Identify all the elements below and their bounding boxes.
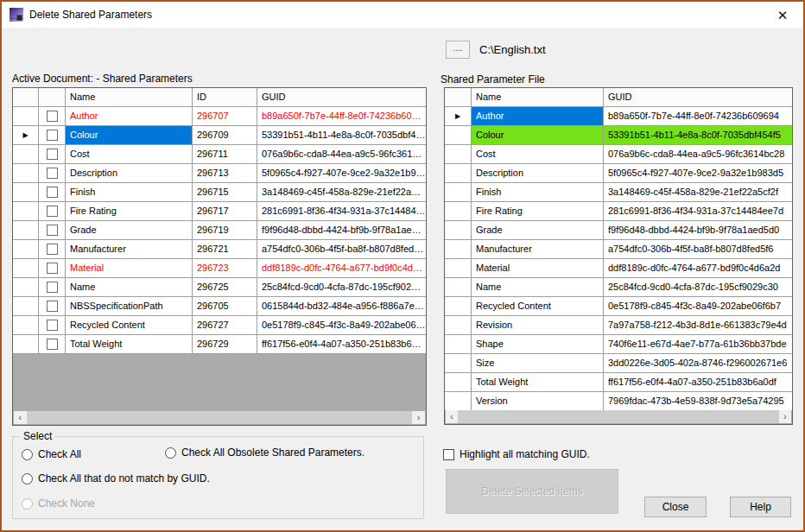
horizontal-scrollbar[interactable]: ‹ › <box>14 411 425 424</box>
checkbox-cell[interactable] <box>39 259 66 277</box>
row-selector-cell[interactable]: ▶ <box>445 202 472 220</box>
guid-cell[interactable]: 5f0965c4-f927-407e-9ce2-9a32e1b983d5 <box>257 164 426 182</box>
radio-icon[interactable] <box>165 447 176 459</box>
row-selector-cell[interactable]: ▶ <box>445 316 472 334</box>
table-row[interactable]: ▶ Recycled Content 0e5178f9-c845-4f3c-8a… <box>445 297 792 316</box>
table-row[interactable]: ▶ Colour 296709 53391b51-4b11-4e8a-8c0f-… <box>13 126 426 145</box>
radio-check-all[interactable]: Check All <box>22 448 81 460</box>
row-selector-cell[interactable]: ▶ <box>445 278 472 296</box>
id-cell[interactable]: 296707 <box>193 107 257 125</box>
row-selector-cell[interactable]: ▶ <box>445 354 472 372</box>
row-selector-cell[interactable]: ▶ <box>13 183 39 201</box>
guid-cell[interactable]: 5f0965c4-f927-407e-9ce2-9a32e1b983d5 <box>604 164 792 182</box>
row-selector-cell[interactable]: ▶ <box>445 335 472 353</box>
row-selector-cell[interactable]: ▶ <box>13 145 39 163</box>
radio-icon[interactable] <box>22 449 33 460</box>
guid-cell[interactable]: a754dfc0-306b-4f5f-ba8f-b807d8fed5f6 <box>257 240 426 258</box>
id-cell[interactable]: 296711 <box>193 145 257 163</box>
guid-cell[interactable]: 7969fdac-473b-4e59-838f-9d73e5a74295 <box>604 392 792 410</box>
guid-column-header[interactable]: GUID <box>604 88 792 106</box>
table-row[interactable]: ▶ Cost 296711 076a9b6c-cda8-44ea-a9c5-96… <box>13 145 426 164</box>
row-checkbox[interactable] <box>47 320 58 331</box>
row-selector-cell[interactable]: ▶ <box>13 202 39 220</box>
checkbox-label[interactable]: Highlight all matching GUID. <box>460 448 590 460</box>
row-selector-cell[interactable]: ▶ <box>13 221 39 239</box>
table-row[interactable]: ▶ Material 296723 ddf8189c-d0fc-4764-a67… <box>13 259 426 278</box>
scroll-right-icon[interactable]: › <box>779 410 791 423</box>
name-cell[interactable]: Author <box>66 107 193 125</box>
guid-cell[interactable]: 281c6991-8f36-4f34-931a-37c14484ee7d <box>257 202 426 220</box>
horizontal-scrollbar[interactable]: ‹ › <box>446 410 791 423</box>
radio-label[interactable]: Check All <box>38 448 81 460</box>
row-selector-cell[interactable]: ▶ <box>13 297 39 315</box>
table-row[interactable]: ▶ Cost 076a9b6c-cda8-44ea-a9c5-96fc3614b… <box>445 145 792 164</box>
row-checkbox[interactable] <box>47 111 58 122</box>
name-cell[interactable]: Finish <box>472 183 604 201</box>
table-row[interactable]: ▶ Total Weight 296729 ff617f56-e0f4-4a07… <box>13 335 426 354</box>
guid-cell[interactable]: 281c6991-8f36-4f34-931a-37c14484ee7d <box>604 202 792 220</box>
row-selector-cell[interactable]: ▶ <box>445 259 472 277</box>
row-selector-cell[interactable]: ▶ <box>13 278 39 296</box>
table-row[interactable]: ▶ Fire Rating 296717 281c6991-8f36-4f34-… <box>13 202 426 221</box>
name-cell[interactable]: Grade <box>472 221 604 239</box>
scroll-left-icon[interactable]: ‹ <box>14 411 27 424</box>
radio-label[interactable]: Check All Obsolete Shared Parameters. <box>181 446 364 459</box>
id-column-header[interactable]: ID <box>193 88 257 106</box>
row-checkbox[interactable] <box>47 244 58 255</box>
name-cell[interactable]: Description <box>66 164 193 182</box>
checkbox-cell[interactable] <box>39 164 66 182</box>
table-row[interactable]: ▶ Size 3dd0226e-3d05-402a-8746-f29600267… <box>445 354 792 373</box>
name-cell[interactable]: Cost <box>66 145 193 163</box>
table-row[interactable]: ▶ Material ddf8189c-d0fc-4764-a677-bd9f0… <box>445 259 792 278</box>
table-row[interactable]: ▶ Manufacturer a754dfc0-306b-4f5f-ba8f-b… <box>445 240 792 259</box>
name-cell[interactable]: Version <box>472 392 604 410</box>
row-selector-cell[interactable]: ▶ <box>445 164 472 182</box>
name-cell[interactable]: Size <box>472 354 604 372</box>
id-cell[interactable]: 296715 <box>193 183 257 201</box>
close-icon[interactable]: ✕ <box>774 7 791 24</box>
table-row[interactable]: ▶ Grade f9f96d48-dbbd-4424-bf9b-9f78a1ae… <box>445 221 792 240</box>
scrollbar-thumb[interactable] <box>458 410 778 423</box>
table-row[interactable]: ▶ Description 5f0965c4-f927-407e-9ce2-9a… <box>445 164 792 183</box>
name-cell[interactable]: Material <box>472 259 604 277</box>
table-row[interactable]: ▶ Revision 7a97a758-f212-4b3d-8d1e-66138… <box>445 316 792 335</box>
guid-cell[interactable]: 076a9b6c-cda8-44ea-a9c5-96fc3614bc28 <box>257 145 426 163</box>
guid-cell[interactable]: ddf8189c-d0fc-4764-a677-bd9f0c4d6a2d <box>604 259 792 277</box>
guid-cell[interactable]: 0e5178f9-c845-4f3c-8a49-202abe06f6b7 <box>257 316 426 334</box>
name-cell[interactable]: Colour <box>472 126 604 144</box>
guid-cell[interactable]: 25c84fcd-9cd0-4cfa-87dc-195cf9029c30 <box>257 278 426 296</box>
guid-cell[interactable]: 0e5178f9-c845-4f3c-8a49-202abe06f6b7 <box>604 297 792 315</box>
guid-cell[interactable]: a754dfc0-306b-4f5f-ba8f-b807d8fed5f6 <box>604 240 792 258</box>
guid-cell[interactable]: b89a650f-7b7e-44ff-8e0f-74236b609694 <box>604 107 792 125</box>
guid-cell[interactable]: 3a148469-c45f-458a-829e-21ef22a5cf2f <box>604 183 792 201</box>
row-selector-cell[interactable]: ▶ <box>445 240 472 258</box>
guid-column-header[interactable]: GUID <box>257 88 426 106</box>
highlight-matching-guid-checkbox[interactable]: Highlight all matching GUID. <box>443 448 590 460</box>
checkbox-cell[interactable] <box>39 126 66 144</box>
guid-cell[interactable]: 3a148469-c45f-458a-829e-21ef22a5cf2f <box>257 183 426 201</box>
table-row[interactable]: ▶ NBSSpecificationPath 296705 0615844d-b… <box>13 297 426 316</box>
row-selector-cell[interactable]: ▶ <box>445 126 472 144</box>
name-cell[interactable]: Colour <box>66 126 193 144</box>
checkbox-cell[interactable] <box>39 202 66 220</box>
name-cell[interactable]: Total Weight <box>66 335 193 353</box>
id-cell[interactable]: 296705 <box>193 297 257 315</box>
checkbox-cell[interactable] <box>39 316 66 334</box>
id-cell[interactable]: 296713 <box>193 164 257 182</box>
checkbox-cell[interactable] <box>39 240 66 258</box>
checkbox-column-header[interactable] <box>39 88 66 106</box>
checkbox-cell[interactable] <box>39 107 66 125</box>
name-cell[interactable]: Total Weight <box>472 373 604 391</box>
checkbox-cell[interactable] <box>39 221 66 239</box>
table-row[interactable]: ▶ Author b89a650f-7b7e-44ff-8e0f-74236b6… <box>445 107 792 126</box>
name-cell[interactable]: Recycled Content <box>66 316 193 334</box>
row-selector-cell[interactable]: ▶ <box>13 335 39 353</box>
id-cell[interactable]: 296729 <box>193 335 257 353</box>
id-cell[interactable]: 296727 <box>193 316 257 334</box>
row-selector-cell[interactable]: ▶ <box>13 164 39 182</box>
table-row[interactable]: ▶ Grade 296719 f9f96d48-dbbd-4424-bf9b-9… <box>13 221 426 240</box>
name-cell[interactable]: Shape <box>472 335 604 353</box>
guid-cell[interactable]: 53391b51-4b11-4e8a-8c0f-7035dbf454f5 <box>604 126 792 144</box>
checkbox-cell[interactable] <box>39 183 66 201</box>
row-selector-cell[interactable]: ▶ <box>445 107 472 125</box>
